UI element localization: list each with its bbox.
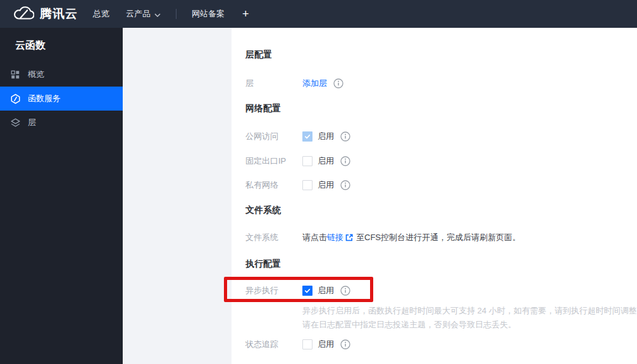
private-network-checkbox[interactable] (302, 180, 312, 190)
fixed-ip-checkbox[interactable] (302, 156, 312, 166)
chevron-down-icon (154, 9, 161, 19)
section-header-execution-config: 执行配置 (245, 259, 637, 268)
status-trace-label: 状态追踪 (245, 339, 302, 350)
public-access-checkbox[interactable] (302, 131, 312, 142)
fixed-ip-label: 固定出口IP (245, 155, 302, 167)
layers-icon (9, 117, 21, 128)
enable-label: 启用 (318, 131, 334, 142)
nav-item-website-record[interactable]: 网站备案 (192, 8, 225, 20)
layer-label: 层 (245, 78, 302, 89)
status-trace-row: 状态追踪 启用 (245, 339, 637, 350)
add-layer-link[interactable]: 添加层 (302, 78, 327, 89)
content-background: 层配置 层 添加层 网络配置 公网访问 启用 (123, 28, 637, 364)
sidebar-item-label: 函数服务 (28, 93, 61, 104)
async-execution-checkbox[interactable] (302, 286, 312, 296)
add-tab-button[interactable]: + (242, 8, 249, 20)
description-line-2: 请在日志配置中指定日志投递主题，否则会导致日志丢失。 (302, 318, 637, 332)
sidebar-title: 云函数 (15, 39, 123, 52)
private-network-row: 私有网络 启用 (245, 179, 637, 191)
sidebar-item-label: 层 (28, 117, 36, 128)
grid-icon (9, 69, 21, 80)
info-icon[interactable] (333, 78, 343, 88)
sidebar-item-function-service[interactable]: 函数服务 (0, 87, 123, 111)
info-icon[interactable] (340, 156, 350, 166)
file-system-row: 文件系统 请点击 链接 至CFS控制台进行开通，完成后请刷新页面。 (245, 232, 637, 243)
file-system-help-text: 请点击 链接 至CFS控制台进行开通，完成后请刷新页面。 (302, 232, 521, 243)
section-header-layer-config: 层配置 (245, 50, 637, 59)
enable-label: 启用 (318, 155, 334, 167)
nav-item-overview[interactable]: 总览 (93, 8, 109, 20)
sidebar-item-overview[interactable]: 概览 (0, 63, 123, 87)
nav-item-cloud-products[interactable]: 云产品 (126, 8, 161, 20)
status-trace-checkbox[interactable] (302, 339, 312, 349)
function-service-icon (9, 93, 21, 104)
public-access-row: 公网访问 启用 (245, 131, 637, 142)
tencent-cloud-brand[interactable]: 腾讯云 (13, 4, 78, 23)
fixed-ip-row: 固定出口IP 启用 (245, 155, 637, 167)
section-header-file-system: 文件系统 (245, 205, 637, 214)
info-icon[interactable] (340, 286, 350, 296)
file-system-label: 文件系统 (245, 232, 302, 243)
cfs-console-link[interactable]: 链接 (327, 232, 343, 243)
enable-label: 启用 (318, 339, 334, 350)
tencent-cloud-logo-icon (13, 4, 34, 23)
top-navbar: 腾讯云 总览 云产品 网站备案 + (0, 0, 637, 28)
info-icon[interactable] (340, 131, 350, 142)
brand-name: 腾讯云 (40, 6, 78, 22)
async-execution-label: 异步执行 (245, 285, 302, 296)
private-network-label: 私有网络 (245, 179, 302, 191)
navbar-divider (176, 9, 176, 19)
async-execution-row: 异步执行 启用 (245, 285, 637, 296)
external-link-icon (345, 233, 354, 242)
info-icon[interactable] (340, 339, 350, 349)
section-header-network-config: 网络配置 (245, 104, 637, 112)
enable-label: 启用 (318, 179, 334, 191)
settings-panel: 层配置 层 添加层 网络配置 公网访问 启用 (232, 28, 637, 364)
layer-row: 层 添加层 (245, 78, 637, 89)
text-before-link: 请点击 (302, 232, 327, 243)
enable-label: 启用 (318, 285, 334, 296)
info-icon[interactable] (340, 180, 350, 190)
sidebar: 云函数 概览 函数服务 (0, 28, 123, 364)
public-access-label: 公网访问 (245, 131, 302, 142)
description-line-1: 异步执行启用后，函数执行超时时间最大可支持 24 小时，如有需要，请到执行超时时… (302, 304, 637, 318)
sidebar-menu: 概览 函数服务 层 (0, 63, 123, 135)
sidebar-item-label: 概览 (28, 69, 44, 80)
text-after-link: 至CFS控制台进行开通，完成后请刷新页面。 (356, 232, 521, 243)
sidebar-item-layers[interactable]: 层 (0, 111, 123, 135)
async-execution-description: 异步执行启用后，函数执行超时时间最大可支持 24 小时，如有需要，请到执行超时时… (302, 304, 637, 332)
